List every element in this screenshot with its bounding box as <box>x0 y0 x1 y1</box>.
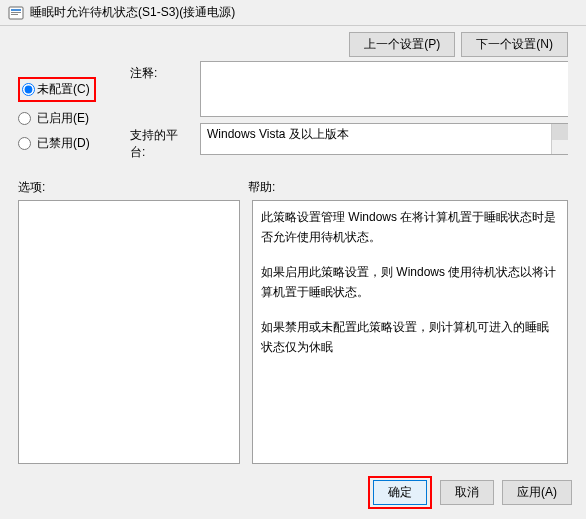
help-pane: 此策略设置管理 Windows 在将计算机置于睡眠状态时是否允许使用待机状态。 … <box>252 200 568 464</box>
next-setting-button[interactable]: 下一个设置(N) <box>461 32 568 57</box>
policy-icon <box>8 5 24 21</box>
svg-rect-2 <box>11 12 21 13</box>
comment-input[interactable] <box>200 61 568 117</box>
ok-button[interactable]: 确定 <box>373 480 427 505</box>
help-text-1: 此策略设置管理 Windows 在将计算机置于睡眠状态时是否允许使用待机状态。 <box>261 207 559 248</box>
platform-text: Windows Vista 及以上版本 <box>201 124 551 154</box>
titlebar: 睡眠时允许待机状态(S1-S3)(接通电源) <box>0 0 586 26</box>
radio-disabled[interactable] <box>18 137 31 150</box>
help-text-2: 如果启用此策略设置，则 Windows 使用待机状态以将计算机置于睡眠状态。 <box>261 262 559 303</box>
highlight-ok: 确定 <box>368 476 432 509</box>
help-label: 帮助: <box>248 179 275 196</box>
prev-setting-button[interactable]: 上一个设置(P) <box>349 32 455 57</box>
svg-rect-1 <box>11 9 21 11</box>
platform-field: Windows Vista 及以上版本 <box>200 123 568 155</box>
nav-buttons: 上一个设置(P) 下一个设置(N) <box>0 26 586 61</box>
svg-rect-3 <box>11 14 18 15</box>
radio-disabled-label: 已禁用(D) <box>37 135 90 152</box>
options-label: 选项: <box>18 179 248 196</box>
radio-enabled-label: 已启用(E) <box>37 110 89 127</box>
radio-enabled[interactable] <box>18 112 31 125</box>
state-radio-group: 未配置(C) 已启用(E) 已禁用(D) <box>18 61 120 161</box>
options-pane <box>18 200 240 464</box>
platform-scrollbar[interactable] <box>551 124 568 154</box>
cancel-button[interactable]: 取消 <box>440 480 494 505</box>
highlight-not-configured: 未配置(C) <box>18 77 96 102</box>
radio-not-configured[interactable] <box>22 83 35 96</box>
platform-label: 支持的平台: <box>130 123 192 161</box>
dialog-buttons: 确定 取消 应用(A) <box>0 468 586 519</box>
comment-label: 注释: <box>130 61 192 117</box>
help-text-3: 如果禁用或未配置此策略设置，则计算机可进入的睡眠状态仅为休眠 <box>261 317 559 358</box>
window-title: 睡眠时允许待机状态(S1-S3)(接通电源) <box>30 4 235 21</box>
apply-button[interactable]: 应用(A) <box>502 480 572 505</box>
radio-not-configured-label: 未配置(C) <box>37 81 90 98</box>
